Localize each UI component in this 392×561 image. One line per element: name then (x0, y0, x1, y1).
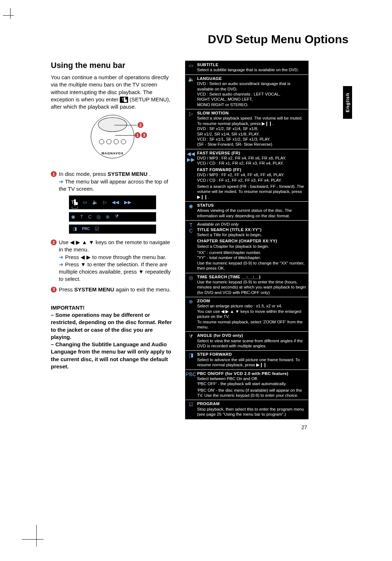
panel-row: ▷SLOW MOTIONSelect a slow playback speed… (185, 109, 308, 149)
panel-row: ⧩ANGLE (for DVD only)Select to view the … (185, 332, 308, 351)
remote-diagram: MAGNAVOX 2 1 3 (74, 115, 151, 164)
strip1-icon: 🔈 (92, 199, 98, 205)
strip2-icon: ◎ (97, 214, 101, 219)
important-block: IMPORTANT! – Some operations may be diff… (51, 304, 174, 370)
strip2-icon: C (88, 214, 91, 219)
step-1-b: SYSTEM MENU (107, 171, 147, 177)
panel-row: TCAvailable on DVD onlyTITLE SEARCH (TIT… (185, 221, 308, 273)
step-3-a: Press (59, 286, 74, 292)
panel-row-icon: ▷ (185, 109, 196, 149)
page-title: DVD Setup Menu Options (51, 33, 348, 46)
step-1-c: . (149, 171, 150, 177)
page-content: DVD Setup Menu Options Using the menu ba… (51, 33, 348, 430)
important-title: IMPORTANT! (51, 304, 174, 311)
right-column: English ▭SUBTITLESelect a subtitle langu… (185, 61, 309, 430)
panel-row-icon: ◉ (185, 202, 196, 220)
panel-row-text: PROGRAMStop playback, then select this t… (196, 400, 308, 419)
panel-row-text: ANGLE (for DVD only)Select to view the s… (196, 332, 308, 350)
panel-row-icon: ☑ (185, 400, 196, 419)
arrow-icon (59, 261, 65, 267)
panel-row-text: Available on DVD onlyTITLE SEARCH (TITLE… (196, 221, 308, 273)
step-2: 2 Use ◀ ▶ ▲ ▼ keys on the remote to navi… (51, 239, 174, 283)
strip2-icon: ⊕ (106, 214, 110, 219)
page-number: 27 (185, 424, 309, 430)
crop-mark-icon (3, 8, 17, 23)
strip3-icon: PBC (82, 227, 90, 231)
important-1: – Some operations may be different or re… (51, 311, 174, 341)
menu-bar-strip-1: T▙ ▭ 🔈 ▷ ◀◀ ▶▶ (69, 195, 156, 209)
remote-button-icon (99, 139, 104, 144)
step-3-b: SYSTEM MENU (74, 286, 114, 292)
section-heading: Using the menu bar (51, 61, 174, 70)
step-3-c: again to exit the menu. (116, 286, 171, 292)
menu-bar-strip-3: ◨ PBC ☑ (69, 225, 156, 234)
strip1-icon: ▶▶ (124, 199, 131, 205)
panel-row-icon: ◨ (185, 351, 196, 369)
left-column: Using the menu bar You can continue a nu… (51, 61, 174, 430)
panel-row-text: SLOW MOTIONSelect a slow playback speed.… (196, 109, 308, 149)
intro-text: You can continue a number of operations … (51, 74, 174, 110)
panel-row: ◨STEP FORWARDSelect to advance the still… (185, 351, 308, 370)
callout-2-icon: 2 (138, 122, 143, 128)
panel-row-icon: ⊕ (185, 297, 196, 331)
step-2-sub1: Press ◀ ▶ to move through the menu bar. (65, 254, 166, 260)
panel-row-icon: PBC (185, 370, 196, 400)
panel-row-text: STEP FORWARDSelect to advance the still … (196, 351, 308, 369)
step-1-sub: The menu bar will appear across the top … (59, 178, 168, 192)
step-3: 3 Press SYSTEM MENU again to exit the me… (51, 286, 174, 293)
panel-row-text: LANGUAGEDVD : Select an audio soundtrack… (196, 75, 308, 109)
remote-dpad-icon (98, 117, 127, 132)
crop-mark-icon (22, 532, 36, 546)
panel-row: 🔈LANGUAGEDVD : Select an audio soundtrac… (185, 75, 308, 109)
strip2-icon: ◉ (71, 214, 75, 219)
strip1-icon: ▭ (83, 199, 87, 205)
step-2-sub2: Press ▼ to enter the selection. If there… (59, 261, 171, 282)
remote-button-icon (114, 139, 119, 144)
panel-row-text: FAST REVERSE (FR)DVD / MP3 : FR x2, FR x… (196, 149, 308, 201)
language-tab: English (343, 86, 352, 119)
callout-1-icon: 1 (135, 132, 140, 138)
strip3-icon: ☑ (95, 226, 99, 231)
panel-row: ☑PROGRAMStop playback, then select this … (185, 400, 308, 419)
panel-row-text: STATUSAllows viewing of the current stat… (196, 202, 308, 220)
panel-row-icon: TC (185, 221, 196, 273)
strip1-icon: ▷ (103, 199, 107, 205)
panel-row: PBCPBC ON/OFF (for VCD 2.0 with PBC feat… (185, 370, 308, 400)
panel-row: ◀◀▶▶FAST REVERSE (FR)DVD / MP3 : FR x2, … (185, 149, 308, 202)
strip3-icon: ◨ (73, 226, 77, 231)
step-1-a: In disc mode, press (59, 171, 107, 177)
step-2-badge-icon: 2 (51, 239, 57, 245)
strip1-icon: ◀◀ (112, 199, 119, 205)
arrow-icon (59, 178, 65, 185)
step-1: 1 In disc mode, press SYSTEM MENU . The … (51, 170, 174, 193)
panel-row-icon: ◀◀▶▶ (185, 149, 196, 201)
panel-row-text: TIME SEARCH (TIME __:__:__)Use the numer… (196, 273, 308, 297)
panel-row: ◉STATUSAllows viewing of the current sta… (185, 202, 308, 221)
panel-row-text: ZOOMSelect an enlarge picture ratio : x1… (196, 297, 308, 331)
strip2-icon: T (80, 214, 83, 219)
panel-row: ◎TIME SEARCH (TIME __:__:__)Use the nume… (185, 273, 308, 298)
remote-button-icon (106, 139, 111, 144)
panel-row: ⊕ZOOMSelect an enlarge picture ratio : x… (185, 297, 308, 332)
menu-options-panel: ▭SUBTITLESelect a subtitle language that… (185, 61, 309, 419)
panel-row-icon: 🔈 (185, 75, 196, 109)
panel-row-icon: ▭ (185, 61, 196, 74)
step-3-badge-icon: 3 (51, 287, 57, 292)
panel-row-icon: ◎ (185, 273, 196, 297)
strip1-icon: T▙ (71, 199, 78, 205)
panel-row: ▭SUBTITLESelect a subtitle language that… (185, 61, 308, 75)
important-2: – Changing the Subtitle Language and Aud… (51, 341, 174, 370)
panel-row-text: SUBTITLESelect a subtitle language that … (196, 61, 308, 74)
arrow-icon (59, 254, 65, 260)
remote-button-icon (121, 139, 126, 144)
step-1-badge-icon: 1 (51, 171, 57, 177)
panel-row-text: PBC ON/OFF (for VCD 2.0 with PBC feature… (196, 370, 308, 400)
setup-menu-icon: T▙ (120, 97, 128, 103)
menu-bar-strip-2: ◉ T C ◎ ⊕ ⧩ (69, 212, 156, 222)
step-2-a: Use ◀ ▶ ▲ ▼ keys on the remote to naviga… (59, 239, 170, 253)
strip2-icon: ⧩ (115, 214, 119, 219)
callout-3-icon: 3 (141, 132, 147, 138)
panel-row-icon: ⧩ (185, 332, 196, 350)
remote-brand-label: MAGNAVOX (102, 152, 123, 155)
